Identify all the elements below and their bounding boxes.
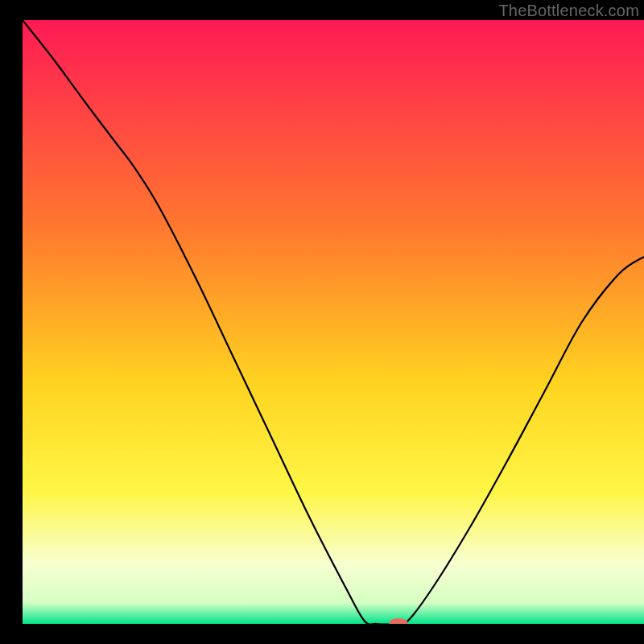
optimal-point-marker [389,618,408,630]
bottleneck-chart [0,0,644,644]
watermark-text: TheBottleneck.com [498,2,639,20]
plot-background [23,20,644,624]
chart-container: TheBottleneck.com [0,0,644,644]
